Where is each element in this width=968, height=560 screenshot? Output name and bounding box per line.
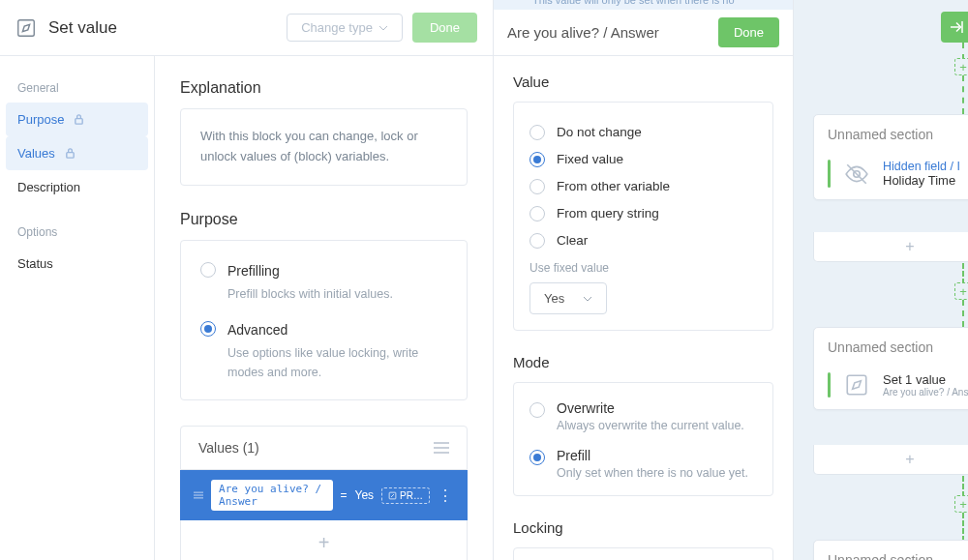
value-result: Yes: [355, 488, 375, 502]
value-opt-other[interactable]: From other variable: [529, 172, 757, 199]
sidebar-item-description[interactable]: Description: [0, 170, 154, 204]
value-opt-nochange[interactable]: Do not change: [529, 118, 757, 145]
grip-icon[interactable]: [194, 490, 203, 500]
flow-add-button[interactable]: +: [954, 58, 968, 75]
purpose-prefilling-option[interactable]: Prefilling Prefill blocks with initial v…: [200, 258, 447, 317]
done-button-disabled[interactable]: Done: [412, 13, 477, 43]
radio-off-icon: [200, 262, 216, 278]
info-banner: This value will only be set when there i…: [494, 0, 793, 10]
flow-add-button[interactable]: +: [954, 282, 968, 300]
flow-card-3[interactable]: Unnamed section: [813, 540, 968, 560]
flow-start-icon[interactable]: [941, 12, 968, 43]
edit-icon: [844, 372, 869, 398]
svg-rect-1: [76, 119, 82, 124]
mid-panel-title: Are you alive? / Answer: [507, 24, 718, 41]
lock-icon: [74, 114, 84, 125]
card2-add-button[interactable]: +: [813, 445, 968, 475]
sidebar-item-purpose[interactable]: Purpose: [6, 103, 148, 136]
sidebar-item-status[interactable]: Status: [0, 247, 154, 280]
pr-chip: PR…: [381, 487, 430, 504]
card1-add-button[interactable]: +: [813, 232, 968, 262]
flow-add-button[interactable]: +: [954, 495, 968, 513]
value-item-row[interactable]: Are you alive? / Answer = Yes PR… ⋮: [180, 470, 468, 520]
lock-icon: [65, 148, 76, 159]
value-opt-query[interactable]: From query string: [529, 199, 757, 226]
locking-panel: Do not changeDo not lock or unlock the v…: [513, 547, 773, 560]
fixed-value-select[interactable]: Yes: [529, 282, 607, 314]
value-section-title: Value: [513, 74, 773, 90]
equals-sign: =: [341, 488, 348, 502]
flow-card-2[interactable]: Unnamed section Set 1 value Are you aliv…: [813, 327, 968, 410]
page-title: Set value: [48, 18, 287, 38]
done-button[interactable]: Done: [718, 17, 779, 47]
use-fixed-label: Use fixed value: [529, 261, 757, 275]
variable-chip: Are you alive? / Answer: [211, 480, 332, 511]
mode-overwrite-option[interactable]: OverwriteAlways overwrite the current va…: [529, 398, 757, 446]
sidebar-group-general: General: [0, 74, 154, 103]
more-icon[interactable]: ⋮: [438, 486, 454, 505]
svg-rect-5: [847, 375, 866, 395]
mode-panel: OverwriteAlways overwrite the current va…: [513, 382, 773, 496]
sidebar-item-values[interactable]: Values: [6, 136, 148, 170]
sidebar-group-options: Options: [0, 218, 154, 247]
add-value-button[interactable]: +: [180, 520, 468, 560]
chevron-down-icon: [378, 23, 388, 33]
purpose-advanced-option[interactable]: Advanced Use options like value locking,…: [200, 317, 447, 382]
eye-off-icon: [844, 162, 869, 187]
svg-rect-2: [67, 153, 74, 159]
hamburger-icon[interactable]: [434, 442, 449, 454]
change-type-button[interactable]: Change type: [287, 14, 403, 42]
radio-on-icon: [200, 321, 216, 337]
mode-section-title: Mode: [513, 354, 773, 370]
values-header[interactable]: Values (1): [180, 426, 468, 470]
locking-section-title: Locking: [513, 519, 773, 536]
purpose-panel: Prefilling Prefill blocks with initial v…: [180, 240, 468, 401]
explanation-panel: With this block you can change, lock or …: [180, 108, 468, 186]
value-opt-fixed[interactable]: Fixed value: [529, 145, 757, 172]
value-panel: Do not change Fixed value From other var…: [513, 102, 773, 331]
chevron-down-icon: [583, 294, 592, 304]
edit-icon: [15, 17, 37, 39]
explanation-title: Explanation: [180, 79, 468, 97]
flow-card-1[interactable]: Unnamed section Hidden field / I Holiday…: [813, 114, 968, 200]
mode-prefill-option[interactable]: PrefillOnly set when there is no value y…: [529, 446, 757, 480]
svg-rect-0: [18, 19, 35, 36]
value-opt-clear[interactable]: Clear: [529, 226, 757, 253]
purpose-title: Purpose: [180, 211, 468, 228]
